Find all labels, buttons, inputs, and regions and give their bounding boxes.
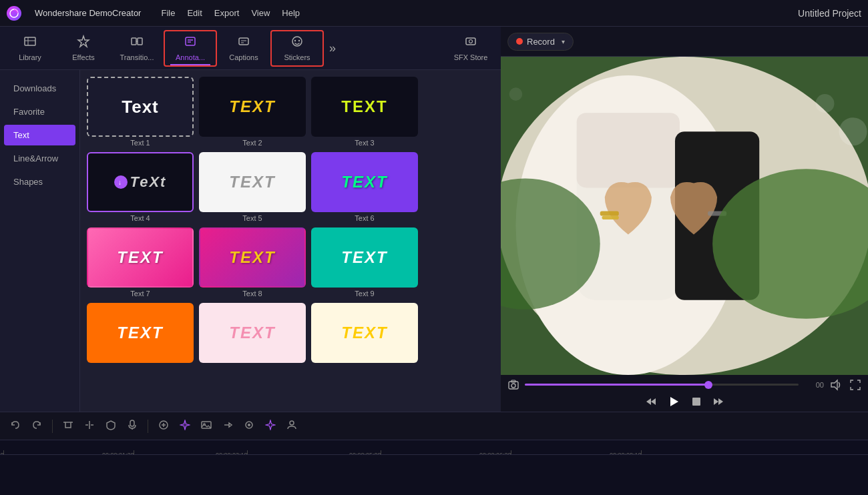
list-item[interactable]: TEXT Text 5 bbox=[199, 152, 306, 222]
text8-preview: TEXT bbox=[229, 248, 275, 267]
list-item[interactable]: ↓ TeXt Text 4 bbox=[87, 152, 194, 222]
svg-rect-17 bbox=[466, 38, 475, 45]
text4-preview: ↓ TeXt bbox=[114, 173, 167, 191]
text6-thumb[interactable]: TEXT bbox=[311, 152, 418, 212]
tab-sfx[interactable]: SFX Store bbox=[444, 30, 497, 67]
sidebar-item-favorite[interactable]: Favorite bbox=[4, 101, 75, 122]
svg-point-30 bbox=[839, 117, 867, 145]
tab-captions[interactable]: Captions bbox=[217, 30, 270, 67]
list-item[interactable]: TEXT bbox=[311, 303, 418, 363]
app-name: Wondershare DemoCreator bbox=[35, 8, 141, 18]
more-tabs-button[interactable]: » bbox=[324, 41, 341, 55]
text3-thumb[interactable]: TEXT bbox=[311, 77, 418, 137]
list-item[interactable]: TEXT Text 3 bbox=[311, 77, 418, 147]
svg-marker-38 bbox=[831, 380, 837, 390]
stop-button[interactable] bbox=[690, 396, 702, 408]
list-item[interactable]: TEXT Text 8 bbox=[199, 227, 306, 298]
list-item[interactable]: TEXT Text 7 bbox=[87, 227, 194, 298]
text1-label: Text 1 bbox=[130, 139, 150, 147]
left-panel: Library Effects Transiti bbox=[0, 27, 501, 412]
ruler-time-4: 00:00:06:20 bbox=[479, 452, 511, 455]
user-button[interactable] bbox=[283, 417, 300, 435]
tab-library[interactable]: Library bbox=[3, 30, 57, 67]
library-icon bbox=[23, 35, 37, 51]
list-item[interactable]: TEXT bbox=[87, 303, 194, 363]
add-media-button[interactable] bbox=[155, 417, 172, 435]
progress-thumb[interactable] bbox=[704, 381, 712, 389]
text6-preview: TEXT bbox=[341, 173, 387, 191]
text2-thumb[interactable]: TEXT bbox=[199, 77, 306, 137]
screenshot-button[interactable] bbox=[507, 379, 519, 391]
mic-button[interactable] bbox=[124, 417, 141, 435]
tab-annotations[interactable]: Annota... bbox=[164, 30, 217, 67]
list-item[interactable]: TEXT bbox=[199, 303, 306, 363]
ruler-time-3: 00:00:05:00 bbox=[349, 452, 381, 455]
right-controls bbox=[829, 379, 861, 391]
tab-effects[interactable]: Effects bbox=[57, 30, 110, 67]
panel-body: Downloads Favorite Text Line&Arrow Shape… bbox=[0, 70, 501, 412]
svg-marker-56 bbox=[180, 420, 190, 430]
record-label: Record bbox=[527, 37, 555, 47]
list-item[interactable]: TEXT Text 2 bbox=[199, 77, 306, 147]
text10-thumb[interactable]: TEXT bbox=[87, 303, 194, 363]
menu-export[interactable]: Export bbox=[214, 8, 240, 18]
timeline: 00:00:00:00 00:00:01:20 00:00:03:10 00:0… bbox=[0, 412, 868, 495]
undo-button[interactable] bbox=[7, 417, 24, 435]
text7-thumb[interactable]: TEXT bbox=[87, 227, 194, 288]
text5-thumb[interactable]: TEXT bbox=[199, 152, 306, 212]
timeline-toolbar bbox=[0, 412, 868, 440]
record-dropdown-arrow: ▾ bbox=[562, 38, 565, 45]
rewind-button[interactable] bbox=[645, 396, 657, 408]
menu-help[interactable]: Help bbox=[282, 8, 300, 18]
project-title: Untitled Project bbox=[798, 8, 861, 19]
volume-button[interactable] bbox=[829, 379, 841, 391]
crop-button[interactable] bbox=[59, 417, 77, 435]
image-button[interactable] bbox=[198, 417, 215, 435]
record-button[interactable]: Record ▾ bbox=[507, 33, 574, 51]
progress-bar[interactable] bbox=[525, 384, 799, 386]
fullscreen-button[interactable] bbox=[849, 379, 861, 391]
list-item[interactable]: TEXT Text 9 bbox=[311, 227, 418, 298]
ruler-marks: 00:00:00:00 00:00:01:20 00:00:03:10 00:0… bbox=[0, 440, 868, 454]
sidebar-item-text[interactable]: Text bbox=[4, 125, 75, 145]
menu-edit[interactable]: Edit bbox=[187, 8, 202, 18]
text12-thumb[interactable]: TEXT bbox=[311, 303, 418, 363]
text4-thumb[interactable]: ↓ TeXt bbox=[87, 152, 194, 212]
sidebar-item-shapes[interactable]: Shapes bbox=[4, 171, 75, 192]
sidebar-item-line-arrow[interactable]: Line&Arrow bbox=[4, 148, 75, 169]
sparkle-button[interactable] bbox=[176, 417, 194, 435]
ruler-mark: 00:00:05:00 bbox=[381, 450, 381, 454]
text9-thumb[interactable]: TEXT bbox=[311, 227, 418, 288]
text-styles-grid: Text Text 1 TEXT Text 2 TEXT bbox=[80, 70, 501, 412]
text11-thumb[interactable]: TEXT bbox=[199, 303, 306, 363]
sfx-icon bbox=[464, 35, 477, 51]
svg-point-15 bbox=[294, 40, 296, 41]
right-panel: Record ▾ bbox=[501, 27, 868, 412]
list-item[interactable]: TEXT Text 6 bbox=[311, 152, 418, 222]
svg-marker-39 bbox=[646, 398, 651, 405]
menu-items: File Edit Export View Help bbox=[161, 8, 300, 18]
forward-button[interactable] bbox=[712, 396, 724, 408]
menu-file[interactable]: File bbox=[161, 8, 175, 18]
menu-view[interactable]: View bbox=[251, 8, 270, 18]
app-logo bbox=[7, 6, 21, 21]
record-dot bbox=[516, 38, 523, 45]
arrow-button[interactable] bbox=[219, 417, 236, 435]
svg-marker-4 bbox=[78, 36, 89, 47]
tab-stickers[interactable]: Stickers bbox=[270, 30, 324, 67]
preview-image bbox=[501, 57, 868, 375]
text1-thumb[interactable]: Text bbox=[87, 77, 194, 137]
redo-button[interactable] bbox=[28, 417, 45, 435]
play-button[interactable] bbox=[667, 395, 680, 408]
text8-thumb[interactable]: TEXT bbox=[199, 227, 306, 288]
ruler-mark: 00:00:03:10 bbox=[247, 450, 248, 454]
sidebar-item-downloads[interactable]: Downloads bbox=[4, 78, 75, 99]
list-item[interactable]: Text Text 1 bbox=[87, 77, 194, 147]
sparkle2-button[interactable] bbox=[262, 417, 279, 435]
tab-transitions-label: Transitio... bbox=[120, 53, 154, 61]
record-timeline-button[interactable] bbox=[240, 417, 258, 435]
svg-marker-40 bbox=[651, 398, 656, 405]
split-button[interactable] bbox=[81, 417, 98, 435]
shield-button[interactable] bbox=[102, 417, 120, 435]
tab-transitions[interactable]: Transitio... bbox=[110, 30, 164, 67]
